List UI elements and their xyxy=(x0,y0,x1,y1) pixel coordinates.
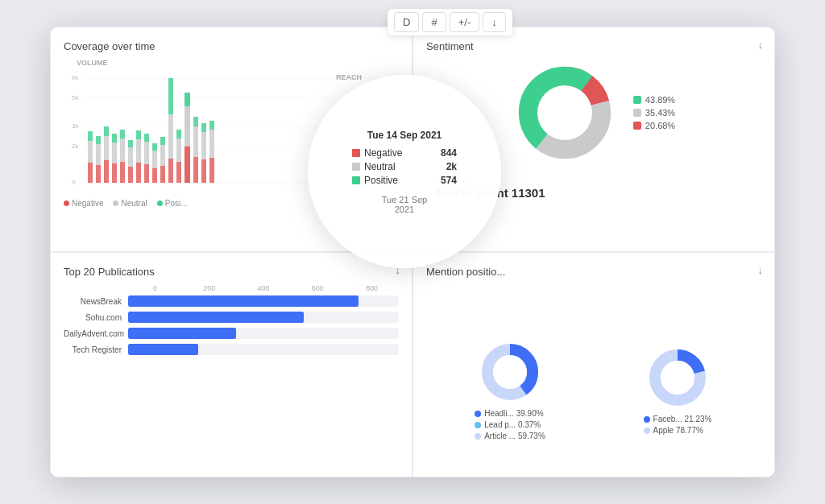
svg-rect-52 xyxy=(201,159,206,183)
bar-label-newsbreak: NewsBreak xyxy=(64,297,128,306)
axis-800: 800 xyxy=(345,284,399,292)
svg-rect-42 xyxy=(168,78,173,114)
svg-rect-18 xyxy=(104,126,109,136)
svg-rect-48 xyxy=(184,93,190,106)
bar-axis: 0 200 400 600 800 xyxy=(128,284,399,292)
svg-rect-10 xyxy=(88,163,93,183)
svg-rect-31 xyxy=(144,164,149,183)
svg-rect-22 xyxy=(120,162,125,183)
svg-rect-19 xyxy=(112,163,117,183)
svg-rect-38 xyxy=(160,145,165,166)
bar-chart: 0 200 400 600 800 NewsBreak Sohu.com xyxy=(64,284,399,355)
svg-rect-12 xyxy=(88,131,93,141)
coverage-title: Coverage over time xyxy=(64,40,399,52)
bar-row-sohu: Sohu.com xyxy=(64,312,399,323)
svg-rect-15 xyxy=(96,136,101,144)
bar-row-newsbreak: NewsBreak xyxy=(64,295,399,307)
bar-row-techregister: Tech Register xyxy=(64,344,399,355)
svg-rect-41 xyxy=(168,114,173,159)
svg-text:5k: 5k xyxy=(72,94,79,101)
svg-rect-50 xyxy=(193,126,198,157)
svg-rect-11 xyxy=(88,141,93,163)
legend-neutral: 35.43% xyxy=(633,108,675,118)
sentiment-donut xyxy=(512,60,617,165)
svg-point-70 xyxy=(493,355,527,389)
svg-rect-13 xyxy=(96,165,101,183)
mention-donut-left xyxy=(478,340,542,404)
svg-rect-57 xyxy=(209,121,214,130)
svg-rect-36 xyxy=(152,143,157,151)
svg-text:3k: 3k xyxy=(72,122,79,130)
toolbar-btn-hash[interactable]: # xyxy=(422,12,446,32)
toolbar-btn-download[interactable]: ↓ xyxy=(483,12,506,32)
svg-rect-23 xyxy=(120,138,125,162)
legend-article: Article ... 59.73% xyxy=(475,432,545,440)
svg-rect-51 xyxy=(193,117,198,126)
sentiment-title: Sentiment xyxy=(426,40,761,52)
svg-rect-17 xyxy=(104,136,109,160)
svg-rect-55 xyxy=(209,158,214,183)
bar-fill-techregister xyxy=(128,344,198,355)
svg-rect-21 xyxy=(112,134,117,143)
svg-rect-44 xyxy=(176,138,181,162)
tooltip-date2: Tue 21 Sep 2021 xyxy=(382,195,427,214)
svg-point-66 xyxy=(537,85,592,140)
bar-track-techregister xyxy=(128,344,399,355)
toolbar-btn-d[interactable]: D xyxy=(394,12,419,32)
legend-apple: Apple 78.77% xyxy=(644,426,712,435)
mention-left: Headli... 39.90% Lead p... 0.37% Article… xyxy=(426,320,594,465)
svg-rect-53 xyxy=(201,132,206,159)
svg-text:REACH: REACH xyxy=(336,73,362,81)
svg-rect-40 xyxy=(168,159,173,183)
bar-track-dailyadvent xyxy=(128,328,399,339)
svg-rect-30 xyxy=(136,130,141,139)
axis-600: 600 xyxy=(291,284,345,292)
legend-negative: Negative xyxy=(64,199,103,208)
svg-point-73 xyxy=(661,361,694,395)
sentiment-download[interactable]: ↓ xyxy=(758,39,764,51)
legend-facebook: Faceb... 21.23% xyxy=(644,415,712,423)
tooltip-row-negative: Negative 844 xyxy=(352,147,457,159)
dashboard-container: D # +/- ↓ Coverage over time VOLUME 6k 5… xyxy=(50,27,775,477)
legend-negative: 20.68% xyxy=(633,121,675,130)
mention-download[interactable]: ↓ xyxy=(758,264,764,276)
mention-header: Mention positio... ↓ xyxy=(426,266,761,320)
svg-rect-46 xyxy=(184,147,190,183)
axis-200: 200 xyxy=(182,284,236,292)
bar-row-dailyadvent: DailyAdvent.com xyxy=(64,328,399,339)
bar-fill-newsbreak xyxy=(128,295,359,307)
svg-rect-47 xyxy=(184,106,190,147)
volume-label: VOLUME xyxy=(77,59,399,67)
svg-rect-16 xyxy=(104,160,109,183)
svg-rect-29 xyxy=(136,139,141,163)
svg-rect-33 xyxy=(144,134,149,142)
svg-rect-32 xyxy=(144,142,149,164)
svg-rect-28 xyxy=(136,163,141,183)
mention-title: Mention positio... xyxy=(426,266,761,278)
svg-rect-56 xyxy=(209,130,214,158)
svg-rect-54 xyxy=(201,123,206,132)
bar-fill-dailyadvent xyxy=(128,328,236,339)
mention-left-legend: Headli... 39.90% Lead p... 0.37% Article… xyxy=(475,409,545,443)
svg-rect-49 xyxy=(193,157,198,183)
legend-positive: 43.89% xyxy=(633,95,675,105)
tooltip-row-positive: Positive 574 xyxy=(352,175,457,186)
svg-rect-25 xyxy=(128,167,133,183)
bar-label-dailyadvent: DailyAdvent.com xyxy=(64,329,128,338)
legend-neutral: Neutral xyxy=(113,199,147,208)
svg-rect-37 xyxy=(160,166,165,183)
mention-right-legend: Faceb... 21.23% Apple 78.77% xyxy=(644,415,712,437)
bar-track-sohu xyxy=(128,312,399,323)
mention-right: Faceb... 21.23% Apple 78.77% xyxy=(594,320,761,465)
legend-lead: Lead p... 0.37% xyxy=(475,420,545,429)
bar-fill-sohu xyxy=(128,312,304,323)
axis-0: 0 xyxy=(128,284,182,292)
publications-title: Top 20 Publications xyxy=(64,266,399,278)
svg-rect-39 xyxy=(160,137,165,145)
mention-panel: Mention positio... ↓ Headli... 39.90% xyxy=(412,252,775,477)
mention-donut-right xyxy=(645,345,710,410)
axis-400: 400 xyxy=(236,284,290,292)
toolbar-btn-plusminus[interactable]: +/- xyxy=(450,12,480,32)
tooltip-overlay: Tue 14 Sep 2021 Negative 844 Neutral 2k … xyxy=(308,75,501,268)
svg-text:6k: 6k xyxy=(72,74,79,81)
